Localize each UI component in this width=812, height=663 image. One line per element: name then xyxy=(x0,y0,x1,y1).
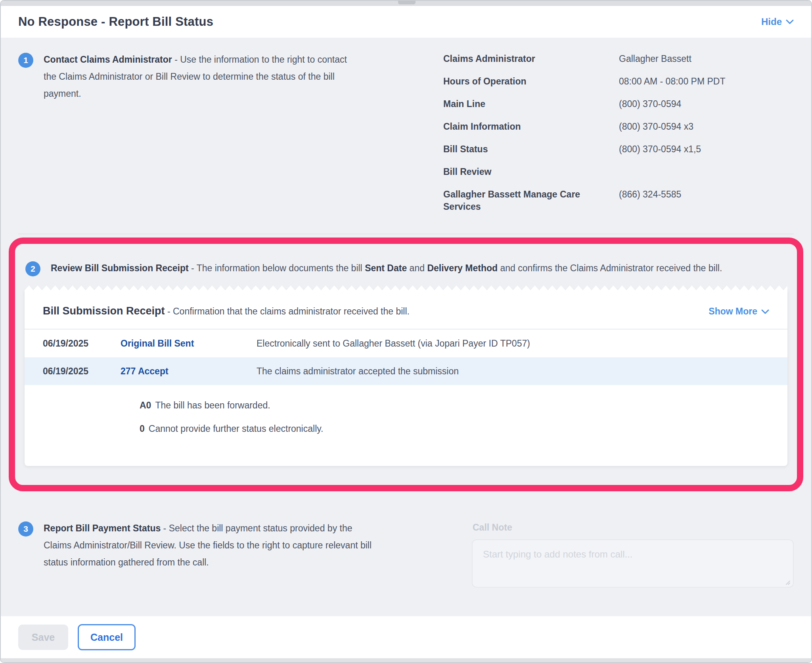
contact-value: (800) 370-0594 xyxy=(619,98,681,110)
event-status-link[interactable]: 277 Accept xyxy=(121,366,257,377)
receipt-status-remarks: A0The bill has been forwarded. 0Cannot p… xyxy=(140,400,769,434)
receipt-header: Bill Submission Receipt - Confirmation t… xyxy=(25,304,787,329)
table-row-original-bill-sent: 06/19/2025 Original Bill Sent Electronic… xyxy=(25,330,787,357)
contact-label: Bill Review xyxy=(443,166,619,178)
contact-value: (800) 370-0594 x1,5 xyxy=(619,143,701,155)
panel-footer: Save Cancel xyxy=(1,616,811,658)
contact-label: Gallagher Bassett Manage Care Services xyxy=(443,188,619,213)
step-2-desc-bold-delivery-method: Delivery Method xyxy=(427,263,498,273)
event-description: The claims administrator accepted the su… xyxy=(257,366,769,377)
chevron-down-icon xyxy=(786,19,794,24)
contact-row-main-line: Main Line (800) 370-0594 xyxy=(443,98,794,110)
event-date: 06/19/2025 xyxy=(43,338,121,349)
step-2-text: Review Bill Submission Receipt - The inf… xyxy=(51,260,792,277)
contact-value: 08:00 AM - 08:00 PM PDT xyxy=(619,75,725,88)
panel-header: No Response - Report Bill Status Hide xyxy=(1,6,811,38)
contact-label: Claims Administrator xyxy=(443,53,619,65)
contact-info-list: Claims Administrator Gallagher Bassett H… xyxy=(443,53,794,223)
receipt-zigzag-edge xyxy=(25,286,787,290)
contact-row-gb-manage-care-services: Gallagher Bassett Manage Care Services (… xyxy=(443,188,794,213)
contact-row-claim-information: Claim Information (800) 370-0594 x3 xyxy=(443,121,794,133)
bill-submission-receipt-card: Bill Submission Receipt - Confirmation t… xyxy=(25,286,787,466)
section-report-bill-payment-status: 3 Report Bill Payment Status - Select th… xyxy=(1,520,811,589)
contact-label: Claim Information xyxy=(443,121,619,133)
hide-toggle[interactable]: Hide xyxy=(761,16,794,27)
remark-text: Cannot provide further status electronic… xyxy=(149,423,324,434)
contact-row-hours-of-operation: Hours of Operation 08:00 AM - 08:00 PM P… xyxy=(443,75,794,88)
hide-label: Hide xyxy=(761,16,782,27)
window-bottom-strip xyxy=(1,658,811,662)
show-more-toggle[interactable]: Show More xyxy=(709,306,769,317)
panel-body: 1 Contact Claims Administrator - Use the… xyxy=(1,38,811,616)
event-date: 06/19/2025 xyxy=(43,366,121,377)
remark-0: 0Cannot provide further status electroni… xyxy=(140,423,769,434)
save-button[interactable]: Save xyxy=(18,625,68,650)
contact-row-bill-status: Bill Status (800) 370-0594 x1,5 xyxy=(443,143,794,155)
remark-a0: A0The bill has been forwarded. xyxy=(140,400,769,411)
step-2-desc-part: - The information below documents the bi… xyxy=(189,263,365,273)
contact-row-claims-administrator: Claims Administrator Gallagher Bassett xyxy=(443,53,794,65)
section-review-bill-submission-receipt: 2 Review Bill Submission Receipt - The i… xyxy=(20,260,792,277)
call-note-group: Call Note xyxy=(472,520,794,589)
step-1-badge: 1 xyxy=(18,53,33,68)
step-2-title: Review Bill Submission Receipt xyxy=(51,263,189,273)
receipt-title: Bill Submission Receipt xyxy=(43,305,165,317)
contact-value: (800) 370-0594 x3 xyxy=(619,121,693,133)
report-bill-status-panel: No Response - Report Bill Status Hide 1 … xyxy=(0,0,812,663)
contact-value: Gallagher Bassett xyxy=(619,53,691,65)
receipt-body: Bill Submission Receipt - Confirmation t… xyxy=(25,290,787,466)
remark-code: 0 xyxy=(140,423,145,434)
resize-handle-icon[interactable] xyxy=(784,579,791,585)
chevron-down-icon xyxy=(761,309,769,314)
receipt-subtitle: - Confirmation that the claims administr… xyxy=(165,306,410,316)
call-note-field-wrap xyxy=(472,539,794,589)
step-3-title: Report Bill Payment Status xyxy=(44,523,161,533)
contact-value: (866) 324-5585 xyxy=(619,188,681,213)
receipt-title-line: Bill Submission Receipt - Confirmation t… xyxy=(43,304,638,318)
step-1-text: Contact Claims Administrator - Use the i… xyxy=(44,51,359,102)
call-note-label: Call Note xyxy=(473,522,794,533)
show-more-label: Show More xyxy=(709,306,757,317)
call-note-input[interactable] xyxy=(472,539,794,588)
step-2-highlight-ring: 2 Review Bill Submission Receipt - The i… xyxy=(9,238,803,491)
event-status-link[interactable]: Original Bill Sent xyxy=(121,338,257,349)
contact-label: Bill Status xyxy=(443,143,619,155)
receipt-events-table: 06/19/2025 Original Bill Sent Electronic… xyxy=(25,329,787,385)
remark-code: A0 xyxy=(140,400,151,410)
page-title: No Response - Report Bill Status xyxy=(18,15,213,29)
window-top-strip xyxy=(1,1,811,6)
step-2-desc-part: and xyxy=(407,263,427,273)
step-1-title: Contact Claims Administrator xyxy=(44,54,172,65)
window-drag-handle xyxy=(398,1,416,4)
remark-text: The bill has been forwarded. xyxy=(155,400,270,410)
event-description: Electronically sent to Gallagher Bassett… xyxy=(257,338,769,349)
table-row-277-accept: 06/19/2025 277 Accept The claims adminis… xyxy=(25,357,787,385)
step-3-text: Report Bill Payment Status - Select the … xyxy=(44,520,373,571)
section-contact-claims-administrator: 1 Contact Claims Administrator - Use the… xyxy=(1,51,811,234)
step-2-desc-bold-sent-date: Sent Date xyxy=(365,263,407,273)
cancel-button[interactable]: Cancel xyxy=(78,624,136,650)
step-2-badge: 2 xyxy=(25,261,40,276)
contact-label: Hours of Operation xyxy=(443,75,619,88)
contact-label: Main Line xyxy=(443,98,619,110)
step-3-badge: 3 xyxy=(18,521,33,537)
contact-row-bill-review: Bill Review xyxy=(443,166,794,178)
section-divider xyxy=(18,234,794,234)
step-2-desc-part: and confirms the Claims Administrator re… xyxy=(498,263,722,273)
